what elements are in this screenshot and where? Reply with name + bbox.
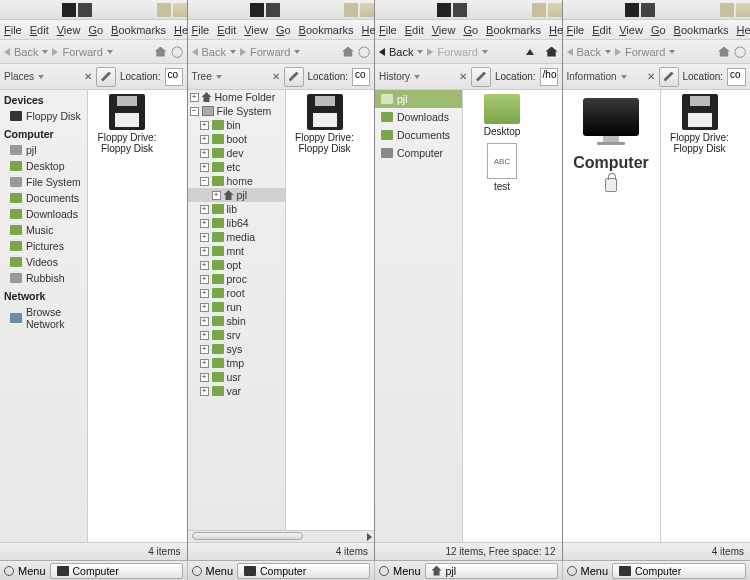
gear-icon[interactable]: [4, 566, 14, 576]
side-close-icon[interactable]: ✕: [459, 71, 467, 82]
dropdown-icon[interactable]: [417, 50, 423, 54]
expand-icon[interactable]: +: [200, 163, 209, 172]
location-input[interactable]: co: [165, 68, 183, 86]
up-icon[interactable]: [526, 49, 534, 55]
dropdown-icon[interactable]: [414, 75, 420, 79]
menu-view[interactable]: View: [432, 24, 456, 36]
icon-view[interactable]: Floppy Drive: Floppy Disk: [286, 90, 375, 530]
side-mode-label[interactable]: Tree: [192, 71, 212, 82]
side-close-icon[interactable]: ✕: [84, 71, 92, 82]
expand-icon[interactable]: +: [200, 345, 209, 354]
menu-file[interactable]: File: [379, 24, 397, 36]
terminal-icon[interactable]: [437, 3, 451, 17]
menu-go[interactable]: Go: [88, 24, 103, 36]
tree-dir[interactable]: +bin: [188, 118, 285, 132]
home-icon[interactable]: [718, 47, 730, 57]
expand-icon[interactable]: +: [200, 373, 209, 382]
menu-bookmarks[interactable]: Bookmarks: [299, 24, 354, 36]
tree-dir[interactable]: +media: [188, 230, 285, 244]
tree-file-system[interactable]: −File System: [188, 104, 285, 118]
side-mode-label[interactable]: Information: [567, 71, 617, 82]
sidebar-hscrollbar[interactable]: [188, 530, 375, 542]
menu-view[interactable]: View: [619, 24, 643, 36]
expand-icon[interactable]: +: [200, 247, 209, 256]
menu-file[interactable]: File: [192, 24, 210, 36]
tree-dir[interactable]: +root: [188, 286, 285, 300]
collapse-icon[interactable]: −: [190, 107, 199, 116]
tree-dir[interactable]: +mnt: [188, 244, 285, 258]
back-button[interactable]: Back: [389, 46, 413, 58]
taskbar-menu[interactable]: Menu: [18, 565, 46, 577]
computer-nav-icon[interactable]: ◯: [734, 45, 746, 58]
collapse-icon[interactable]: −: [200, 177, 209, 186]
tree-home-folder[interactable]: +Home Folder: [188, 90, 285, 104]
expand-icon[interactable]: +: [200, 387, 209, 396]
tree-dir-home[interactable]: −home: [188, 174, 285, 188]
calc-icon[interactable]: [548, 3, 562, 17]
notes-icon[interactable]: [720, 3, 734, 17]
calc-icon[interactable]: [173, 3, 187, 17]
side-mode-dropdown-icon[interactable]: [38, 75, 44, 79]
history-item[interactable]: Documents: [375, 126, 462, 144]
gear-icon[interactable]: [567, 566, 577, 576]
taskbar-button[interactable]: Computer: [612, 563, 746, 579]
expand-icon[interactable]: +: [200, 149, 209, 158]
home-icon[interactable]: [155, 47, 167, 57]
menu-view[interactable]: View: [244, 24, 268, 36]
expand-icon[interactable]: +: [200, 219, 209, 228]
location-input[interactable]: co: [352, 68, 370, 86]
tree-dir[interactable]: +sbin: [188, 314, 285, 328]
sidebar-item-pictures[interactable]: Pictures: [0, 238, 87, 254]
gear-icon[interactable]: [192, 566, 202, 576]
menu-edit[interactable]: Edit: [405, 24, 424, 36]
menu-go[interactable]: Go: [463, 24, 478, 36]
taskbar-menu[interactable]: Menu: [393, 565, 421, 577]
taskbar-menu[interactable]: Menu: [581, 565, 609, 577]
icon-view[interactable]: Desktop ABCtest: [463, 90, 562, 542]
history-item[interactable]: Computer: [375, 144, 462, 162]
menu-go[interactable]: Go: [651, 24, 666, 36]
expand-icon[interactable]: +: [200, 289, 209, 298]
expand-icon[interactable]: +: [200, 233, 209, 242]
menu-bookmarks[interactable]: Bookmarks: [111, 24, 166, 36]
menu-edit[interactable]: Edit: [592, 24, 611, 36]
menu-file[interactable]: File: [4, 24, 22, 36]
sidebar-item-floppy[interactable]: Floppy Disk: [0, 108, 87, 124]
taskbar-menu[interactable]: Menu: [206, 565, 234, 577]
icon-view[interactable]: Floppy Drive: Floppy Disk: [88, 90, 187, 542]
filemanager-icon[interactable]: [266, 3, 280, 17]
expand-icon[interactable]: +: [200, 261, 209, 270]
terminal-icon[interactable]: [625, 3, 639, 17]
edit-location-button[interactable]: [284, 67, 304, 87]
sidebar-item-rubbish[interactable]: Rubbish: [0, 270, 87, 286]
notes-icon[interactable]: [157, 3, 171, 17]
file-item-floppy[interactable]: Floppy Drive: Floppy Disk: [290, 94, 360, 154]
tree-dir[interactable]: +srv: [188, 328, 285, 342]
icon-view[interactable]: Floppy Drive: Floppy Disk: [661, 90, 751, 542]
menu-bookmarks[interactable]: Bookmarks: [674, 24, 729, 36]
menu-edit[interactable]: Edit: [217, 24, 236, 36]
expand-icon[interactable]: +: [200, 121, 209, 130]
expand-icon[interactable]: +: [212, 191, 221, 200]
home-icon[interactable]: [546, 47, 558, 57]
file-item-test[interactable]: ABCtest: [467, 143, 537, 192]
menu-help[interactable]: Help: [737, 24, 750, 36]
dropdown-icon[interactable]: [216, 75, 222, 79]
expand-icon[interactable]: +: [200, 317, 209, 326]
filemanager-icon[interactable]: [641, 3, 655, 17]
tree-dir[interactable]: +run: [188, 300, 285, 314]
history-item[interactable]: pjl: [375, 90, 462, 108]
tree-dir[interactable]: +usr: [188, 370, 285, 384]
file-item-floppy[interactable]: Floppy Drive: Floppy Disk: [92, 94, 162, 154]
computer-nav-icon[interactable]: ◯: [171, 45, 183, 58]
expand-icon[interactable]: +: [200, 359, 209, 368]
tree-dir[interactable]: +dev: [188, 146, 285, 160]
menu-view[interactable]: View: [57, 24, 81, 36]
expand-icon[interactable]: +: [200, 303, 209, 312]
home-icon[interactable]: [342, 47, 354, 57]
notes-icon[interactable]: [344, 3, 358, 17]
sidebar-item-desktop[interactable]: Desktop: [0, 158, 87, 174]
terminal-icon[interactable]: [250, 3, 264, 17]
calc-icon[interactable]: [360, 3, 374, 17]
menu-bookmarks[interactable]: Bookmarks: [486, 24, 541, 36]
